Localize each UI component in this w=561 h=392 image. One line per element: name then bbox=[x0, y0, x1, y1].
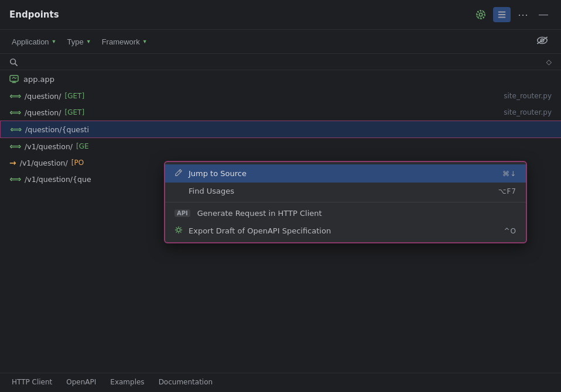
list-view-button[interactable] bbox=[493, 7, 511, 22]
endpoint-left: ⟺ /v1/question/ [GE bbox=[9, 142, 89, 151]
panel-title: Endpoints bbox=[9, 9, 59, 20]
svg-rect-2 bbox=[498, 12, 506, 13]
method-arrow-icon: ⟺ bbox=[10, 125, 22, 134]
endpoint-row[interactable]: ⟺ /question/ [GET] site_router.py bbox=[0, 88, 561, 104]
svg-line-13 bbox=[179, 171, 181, 173]
tab-documentation[interactable]: Documentation bbox=[152, 373, 220, 392]
svg-rect-3 bbox=[498, 14, 506, 15]
search-icon bbox=[9, 58, 18, 66]
header-actions: ⋯ — bbox=[472, 6, 552, 23]
minimize-button[interactable]: — bbox=[535, 7, 552, 22]
application-label: Application bbox=[12, 37, 49, 46]
endpoint-path: /v1/question/{que bbox=[25, 175, 91, 184]
context-menu-item-generate-request[interactable]: API Generate Request in HTTP Client bbox=[165, 205, 526, 222]
type-filter[interactable]: Type ▼ bbox=[65, 36, 94, 47]
endpoint-row[interactable]: ⟺ /question/ [GET] site_router.py bbox=[0, 104, 561, 121]
endpoint-left: → /v1/question/ [PO bbox=[9, 158, 84, 167]
context-menu: Jump to Source ⌘↓ Find Usages ⌥F7 API Ge… bbox=[164, 161, 527, 243]
search-bar: ◇ bbox=[0, 54, 561, 70]
method-badge: [GE bbox=[76, 142, 89, 150]
panel-header: Endpoints ⋯ — bbox=[0, 0, 561, 30]
menu-item-left: Find Usages bbox=[175, 187, 234, 195]
search-input[interactable] bbox=[21, 57, 543, 66]
method-arrow-icon: ⟺ bbox=[9, 91, 21, 101]
app-name: app.app bbox=[23, 75, 54, 84]
api-badge: API bbox=[175, 209, 190, 217]
endpoint-file: site_router.py bbox=[504, 92, 552, 100]
type-label: Type bbox=[67, 37, 84, 46]
application-filter[interactable]: Application ▼ bbox=[9, 36, 59, 47]
endpoints-panel: Endpoints ⋯ — bbox=[0, 0, 561, 392]
menu-item-left: Export Draft of OpenAPI Specification bbox=[175, 226, 331, 236]
app-header: app.app bbox=[0, 70, 561, 88]
endpoint-path: /question/{questi bbox=[25, 125, 89, 134]
tab-examples[interactable]: Examples bbox=[103, 373, 151, 392]
endpoint-row-selected[interactable]: ⟺ /question/{questi bbox=[0, 121, 561, 138]
endpoints-list[interactable]: app.app ⟺ /question/ [GET] site_router.p… bbox=[0, 70, 561, 373]
list-icon bbox=[497, 9, 507, 20]
menu-separator bbox=[165, 202, 526, 202]
context-menu-item-jump-to-source[interactable]: Jump to Source ⌘↓ bbox=[165, 164, 526, 183]
svg-line-9 bbox=[15, 63, 18, 66]
app-monitor-icon bbox=[9, 74, 19, 84]
framework-chevron-icon: ▼ bbox=[142, 39, 148, 44]
type-chevron-icon: ▼ bbox=[86, 39, 91, 44]
openapi-icon bbox=[175, 226, 183, 236]
endpoint-left: ⟺ /question/{questi bbox=[10, 125, 89, 134]
app-icon bbox=[9, 74, 19, 84]
endpoint-left: ⟺ /question/ [GET] bbox=[9, 108, 84, 117]
framework-filter[interactable]: Framework ▼ bbox=[100, 36, 150, 47]
settings-icon bbox=[476, 9, 486, 20]
search-filter-icon: ◇ bbox=[546, 58, 552, 66]
find-usages-label: Find Usages bbox=[189, 187, 234, 195]
bottom-tabs: HTTP Client OpenAPI Examples Documentati… bbox=[0, 373, 561, 392]
method-arrow-icon: ⟺ bbox=[9, 174, 21, 184]
menu-item-left: API Generate Request in HTTP Client bbox=[175, 209, 322, 218]
pencil-icon bbox=[175, 169, 183, 178]
export-draft-label: Export Draft of OpenAPI Specification bbox=[189, 226, 331, 235]
endpoint-path: /v1/question/ bbox=[20, 159, 68, 167]
export-draft-shortcut: ^O bbox=[504, 227, 517, 235]
method-badge: [GET] bbox=[65, 92, 85, 100]
svg-point-0 bbox=[479, 13, 482, 16]
svg-rect-4 bbox=[498, 17, 506, 18]
menu-item-left: Jump to Source bbox=[175, 169, 247, 178]
application-chevron-icon: ▼ bbox=[52, 39, 57, 44]
method-arrow-icon: → bbox=[9, 158, 16, 167]
method-arrow-icon: ⟺ bbox=[9, 142, 21, 151]
more-options-button[interactable]: ⋯ bbox=[514, 6, 532, 23]
minimize-icon: — bbox=[539, 9, 548, 20]
jump-to-source-shortcut: ⌘↓ bbox=[502, 170, 516, 178]
eye-icon bbox=[536, 36, 548, 45]
endpoint-path: /question/ bbox=[25, 92, 61, 101]
tab-openapi[interactable]: OpenAPI bbox=[59, 373, 103, 392]
endpoint-left: ⟺ /question/ [GET] bbox=[9, 91, 84, 101]
framework-label: Framework bbox=[102, 37, 140, 46]
endpoint-file: site_router.py bbox=[504, 108, 552, 116]
endpoint-left: ⟺ /v1/question/{que bbox=[9, 174, 91, 184]
visibility-toggle[interactable] bbox=[533, 35, 552, 49]
generate-request-label: Generate Request in HTTP Client bbox=[197, 209, 322, 218]
endpoint-path: /v1/question/ bbox=[25, 142, 73, 151]
endpoint-row[interactable]: ⟺ /v1/question/ [GE bbox=[0, 138, 561, 154]
svg-point-14 bbox=[177, 228, 180, 232]
svg-rect-10 bbox=[10, 75, 18, 81]
find-usages-shortcut: ⌥F7 bbox=[498, 187, 516, 195]
endpoint-path: /question/ bbox=[25, 108, 61, 117]
filter-bar: Application ▼ Type ▼ Framework ▼ bbox=[0, 30, 561, 54]
more-icon: ⋯ bbox=[518, 8, 528, 21]
method-badge: [PO bbox=[71, 159, 84, 167]
method-badge: [GET] bbox=[65, 108, 85, 116]
context-menu-item-export-draft[interactable]: Export Draft of OpenAPI Specification ^O bbox=[165, 222, 526, 240]
jump-to-source-label: Jump to Source bbox=[189, 169, 247, 178]
method-arrow-icon: ⟺ bbox=[9, 108, 21, 117]
settings-icon-button[interactable] bbox=[472, 7, 490, 22]
tab-http-client[interactable]: HTTP Client bbox=[5, 373, 59, 392]
context-menu-item-find-usages[interactable]: Find Usages ⌥F7 bbox=[165, 183, 526, 200]
